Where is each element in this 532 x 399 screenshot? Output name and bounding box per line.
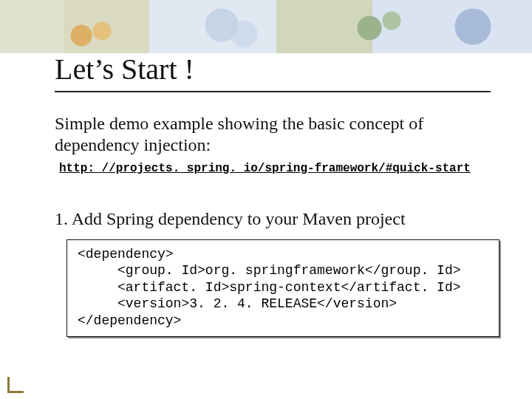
slide-title: Let’s Start ! [55, 52, 495, 86]
quickstart-link[interactable]: http: //projects. spring. io/spring-fram… [59, 162, 495, 175]
step-text: Add Spring dependency to your Maven proj… [72, 209, 406, 228]
title-underline [55, 91, 491, 92]
slide-content: Let’s Start ! Simple demo example showin… [55, 52, 495, 337]
maven-dependency-code: <dependency> <group. Id>org. springframe… [66, 239, 499, 338]
decorative-floral-banner [0, 0, 532, 53]
intro-text: Simple demo example showing the basic co… [55, 113, 468, 156]
step-1: 1. Add Spring dependency to your Maven p… [55, 209, 495, 229]
corner-accent-icon [7, 377, 24, 393]
slide: Let’s Start ! Simple demo example showin… [0, 0, 532, 399]
step-number: 1. [55, 209, 72, 228]
